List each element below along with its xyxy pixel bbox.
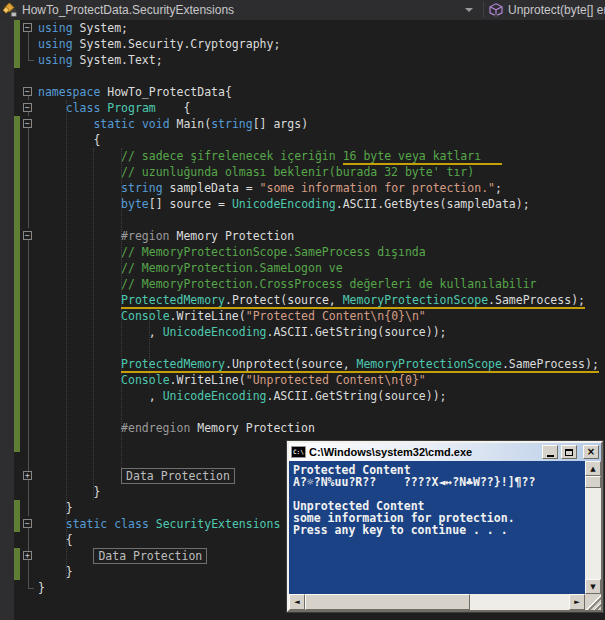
code-token: } bbox=[38, 485, 100, 499]
fold-column bbox=[20, 36, 38, 52]
code-token: // sadece şifrelenecek içeriğin bbox=[38, 149, 343, 163]
cmd-titlebar[interactable]: C:\. C:\Windows\system32\cmd.exe × bbox=[289, 443, 601, 461]
console-output[interactable]: Protected Content A?☼?N%uu?R?? ????X◄↔?N… bbox=[289, 461, 585, 594]
fold-column: − bbox=[20, 228, 38, 244]
code-token: Console bbox=[121, 309, 169, 323]
collapsed-region[interactable]: Data Protection bbox=[121, 468, 235, 484]
code-token: .ASCII.GetBytes(sampleData); bbox=[336, 197, 530, 211]
console-client: Protected Content A?☼?N%uu?R?? ????X◄↔?N… bbox=[289, 461, 601, 610]
code-token bbox=[135, 117, 142, 131]
fold-column bbox=[20, 276, 38, 292]
code-line: − static void Main(string[] args) bbox=[0, 116, 605, 132]
code-token bbox=[38, 309, 121, 323]
fold-minus-icon[interactable]: − bbox=[23, 103, 32, 112]
code-token: using bbox=[38, 37, 73, 51]
code-token: "some information for protection." bbox=[260, 181, 495, 195]
code-token: [] args) bbox=[253, 117, 308, 131]
method-dropdown[interactable]: Unprotect(byte[] enc bbox=[486, 0, 605, 20]
code-token bbox=[149, 517, 156, 531]
fold-column bbox=[20, 452, 38, 468]
fold-column bbox=[20, 500, 38, 516]
horizontal-scroll-thumb[interactable] bbox=[305, 594, 470, 610]
fold-minus-icon[interactable]: − bbox=[23, 231, 32, 240]
code-token: ProtectedMemory bbox=[121, 357, 225, 373]
code-token: // MemoryProtectionScope.SameProcess dış… bbox=[38, 245, 426, 259]
fold-column bbox=[20, 372, 38, 388]
code-token bbox=[38, 181, 121, 195]
horizontal-scrollbar[interactable]: ◄ ► bbox=[289, 594, 585, 610]
class-icon bbox=[3, 3, 17, 17]
scroll-right-button[interactable]: ► bbox=[569, 594, 585, 610]
code-token: Main( bbox=[170, 117, 212, 131]
vertical-scrollbar[interactable]: ▲ ▼ bbox=[585, 461, 601, 594]
code-token bbox=[38, 197, 121, 211]
code-token: MemoryProtectionScope bbox=[343, 293, 488, 309]
code-token: #region bbox=[38, 229, 170, 243]
code-token: } bbox=[38, 581, 45, 595]
code-line: −namespace HowTo_ProtectData{ bbox=[0, 84, 605, 100]
code-token bbox=[38, 117, 93, 131]
maximize-icon bbox=[565, 449, 573, 456]
code-token: , bbox=[38, 389, 163, 403]
code-line: byte[] source = UnicodeEncoding.ASCII.Ge… bbox=[0, 196, 605, 212]
code-line bbox=[0, 68, 605, 84]
vertical-scroll-thumb[interactable] bbox=[585, 476, 601, 488]
scroll-up-button[interactable]: ▲ bbox=[585, 461, 601, 476]
fold-column bbox=[20, 324, 38, 340]
scroll-down-button[interactable]: ▼ bbox=[585, 579, 601, 594]
code-line: ProtectedMemory.Protect(source, MemoryPr… bbox=[0, 292, 605, 308]
code-token: { bbox=[38, 133, 100, 147]
collapsed-region[interactable]: Data Protection bbox=[93, 548, 207, 564]
minimize-icon bbox=[547, 455, 554, 457]
code-token: UnicodeEncoding bbox=[163, 325, 267, 339]
fold-minus-icon[interactable]: − bbox=[23, 519, 32, 528]
code-token: ; bbox=[495, 181, 502, 195]
code-token: // MemoryProtection.SameLogon ve bbox=[38, 261, 343, 275]
fold-column bbox=[20, 420, 38, 436]
code-line: Console.WriteLine("Unprotected Content\n… bbox=[0, 372, 605, 388]
code-line: − #region Memory Protection bbox=[0, 228, 605, 244]
fold-column: − bbox=[20, 100, 38, 116]
code-line: #endregion Memory Protection bbox=[0, 420, 605, 436]
fold-minus-icon[interactable]: − bbox=[23, 87, 32, 96]
maximize-button[interactable] bbox=[561, 445, 577, 459]
code-line: using System.Security.Cryptography; bbox=[0, 36, 605, 52]
cmd-window[interactable]: C:\. C:\Windows\system32\cmd.exe × Prote… bbox=[287, 441, 603, 612]
code-token: { bbox=[38, 533, 73, 547]
resize-grip[interactable] bbox=[585, 594, 601, 610]
code-line: // MemoryProtectionScope.SameProcess dış… bbox=[0, 244, 605, 260]
code-token: "Protected Content\n{0}\n" bbox=[246, 309, 426, 323]
code-token: Memory Protection bbox=[170, 229, 295, 243]
code-token: static bbox=[93, 117, 135, 131]
fold-column bbox=[20, 212, 38, 228]
fold-column bbox=[20, 244, 38, 260]
minimize-button[interactable] bbox=[542, 445, 558, 459]
fold-plus-icon[interactable]: + bbox=[23, 551, 32, 560]
code-token bbox=[38, 293, 121, 307]
code-line: // MemoryProtection.CrossProcess değerle… bbox=[0, 276, 605, 292]
code-token: UnicodeEncoding bbox=[232, 197, 336, 211]
fold-minus-icon[interactable]: − bbox=[23, 23, 32, 32]
chevron-down-icon[interactable] bbox=[465, 8, 473, 12]
code-token bbox=[38, 373, 121, 387]
code-line bbox=[0, 340, 605, 356]
divider bbox=[483, 2, 484, 18]
class-dropdown[interactable]: HowTo_ProtectData.SecurityExtensions bbox=[0, 0, 482, 20]
code-token: .WriteLine( bbox=[170, 309, 246, 323]
code-token: using bbox=[38, 21, 73, 35]
code-line bbox=[0, 404, 605, 420]
fold-column bbox=[20, 532, 38, 548]
code-token: Console bbox=[121, 373, 169, 387]
code-line: { bbox=[0, 132, 605, 148]
code-token: #endregion bbox=[38, 421, 190, 435]
code-line: ProtectedMemory.Unprotect(source, Memory… bbox=[0, 356, 605, 372]
code-token: sampleData = bbox=[163, 181, 260, 195]
fold-column: + bbox=[20, 548, 38, 564]
fold-minus-icon[interactable]: − bbox=[23, 119, 32, 128]
fold-column: − bbox=[20, 20, 38, 36]
fold-plus-icon[interactable]: + bbox=[23, 471, 32, 480]
code-line: using System.Text; bbox=[0, 52, 605, 68]
console-text: Protected Content A?☼?N%uu?R?? ????X◄↔?N… bbox=[293, 464, 535, 536]
scroll-left-button[interactable]: ◄ bbox=[289, 594, 305, 610]
close-button[interactable]: × bbox=[583, 445, 599, 459]
